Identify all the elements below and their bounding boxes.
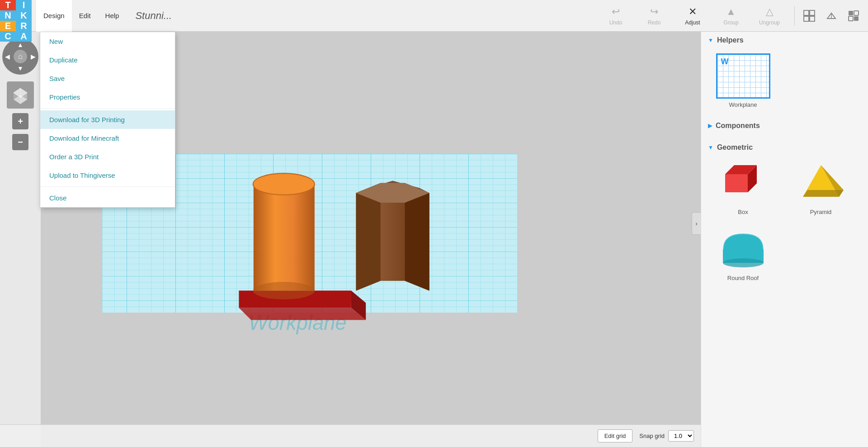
view-cube-icon [9,84,32,106]
svg-rect-1 [810,10,815,15]
nav-help[interactable]: Help [98,0,127,32]
helpers-label: Helpers [717,36,744,44]
workplane-card-label: Workplane [729,101,757,108]
design-menu: New Duplicate Save Properties Download f… [40,32,175,208]
menu-close[interactable]: Close [40,189,175,207]
edit-grid-button[interactable]: Edit grid [598,429,633,442]
ungroup-button[interactable]: △ Ungroup [751,2,788,29]
header: T I N K E R C A Design Edit Help Stunni.… [0,0,868,32]
3d-view-button[interactable] [821,6,841,26]
undo-button[interactable]: ↩ Undo [598,2,634,29]
snap-grid-select[interactable]: 0.1 0.5 1.0 2.0 5.0 [668,430,694,442]
settings-view-button[interactable] [844,6,863,26]
logo-t: T [0,0,16,10]
workplane-icon: W [716,53,770,99]
group-icon: ▲ [726,6,736,18]
helpers-header[interactable]: ▼ Helpers [708,36,861,44]
adjust-button[interactable]: ✕ Adjust [675,2,711,29]
svg-point-38 [723,258,764,267]
snap-grid-label: Snap grid [639,433,665,439]
round-roof-card[interactable]: Round Roof [708,222,778,286]
ungroup-label: Ungroup [759,19,780,26]
nav-menu: Design Edit Help [36,0,126,31]
nav-arrow-down: ▼ [17,65,24,72]
nav-design[interactable]: Design [36,0,72,32]
svg-rect-7 [854,16,859,21]
menu-properties[interactable]: Properties [40,88,175,106]
redo-icon: ↪ [650,6,658,18]
zoom-out-button[interactable]: − [12,134,28,150]
menu-divider-2 [40,186,175,187]
menu-upload[interactable]: Upload to Thingiverse [40,166,175,185]
nav-arrow-right: ▶ [31,53,36,60]
logo[interactable]: T I N K E R C A [0,0,32,32]
bottom-bar: Edit grid Snap grid 0.1 0.5 1.0 2.0 5.0 [0,424,701,447]
svg-rect-21 [254,183,315,291]
logo-r: R [16,21,32,31]
svg-rect-5 [854,11,859,15]
right-panel: ▼ Helpers W Workplane ▶ Components ▼ Geo… [701,32,868,447]
menu-save[interactable]: Save [40,69,175,88]
adjust-icon: ✕ [689,6,697,18]
box-card[interactable]: Box [708,156,778,220]
logo-c: C [0,31,16,42]
ungroup-icon: △ [766,6,774,18]
undo-icon: ↩ [612,6,620,18]
menu-duplicate[interactable]: Duplicate [40,51,175,69]
pyramid-shape-icon [794,161,848,206]
svg-rect-0 [804,10,809,15]
project-title: Stunni... [135,10,172,22]
menu-download-mc[interactable]: Download for Minecraft [40,129,175,147]
panel-collapse-button[interactable]: › [692,212,701,235]
undo-label: Undo [609,19,623,26]
redo-label: Redo [648,19,661,26]
settings-view-icon [847,10,860,22]
menu-divider-1 [40,108,175,109]
svg-marker-37 [803,190,844,197]
pyramid-card[interactable]: Pyramid [786,156,856,220]
geometric-triangle: ▼ [708,144,713,151]
view-cube[interactable] [7,81,34,109]
toolbar: ↩ Undo ↪ Redo ✕ Adjust ▲ Group △ Ungroup [598,0,868,31]
components-section: ▶ Components [701,117,868,139]
pyramid-label: Pyramid [810,209,832,215]
workplane-card[interactable]: W Workplane [708,49,778,113]
redo-button[interactable]: ↪ Redo [636,2,672,29]
geometric-section: ▼ Geometric Box [701,139,868,290]
logo-k: K [16,10,32,21]
menu-order[interactable]: Order a 3D Print [40,147,175,166]
workplane-w: W [721,57,729,67]
geometric-header[interactable]: ▼ Geometric [708,143,861,152]
svg-rect-4 [849,11,853,15]
snap-grid-control: Snap grid 0.1 0.5 1.0 2.0 5.0 [639,430,694,442]
view-icons [794,6,863,26]
nav-arrow-up: ▲ [17,41,24,48]
adjust-label: Adjust [685,19,700,26]
round-roof-label: Round Roof [727,275,759,281]
components-header[interactable]: ▶ Components [708,122,861,130]
helpers-section: ▼ Helpers W Workplane [701,32,868,117]
3d-view-icon [825,10,838,22]
svg-marker-20 [239,308,366,320]
nav-home[interactable]: ⌂ [14,50,27,63]
grid-view-button[interactable] [799,6,819,26]
grid-view-icon [803,10,816,22]
left-panel: ▲ ▼ ◀ ▶ ⌂ + − [0,32,41,447]
round-roof-shape-icon [716,227,770,272]
logo-n: N [0,10,16,21]
shapes-grid: Box Pyramid [708,156,861,286]
box-label: Box [738,209,748,215]
logo-a: A [16,31,32,42]
logo-e: E [0,21,16,31]
group-button[interactable]: ▲ Group [713,2,749,29]
svg-rect-3 [810,16,815,21]
menu-download-3d[interactable]: Download for 3D Printing [40,110,175,129]
menu-new[interactable]: New [40,32,175,51]
zoom-in-button[interactable]: + [12,113,28,129]
box-shape-icon [716,161,770,206]
navigation-control[interactable]: ▲ ▼ ◀ ▶ ⌂ [2,38,38,75]
svg-rect-6 [849,16,853,21]
group-label: Group [723,19,738,26]
components-triangle: ▶ [708,123,712,129]
nav-edit[interactable]: Edit [72,0,98,32]
